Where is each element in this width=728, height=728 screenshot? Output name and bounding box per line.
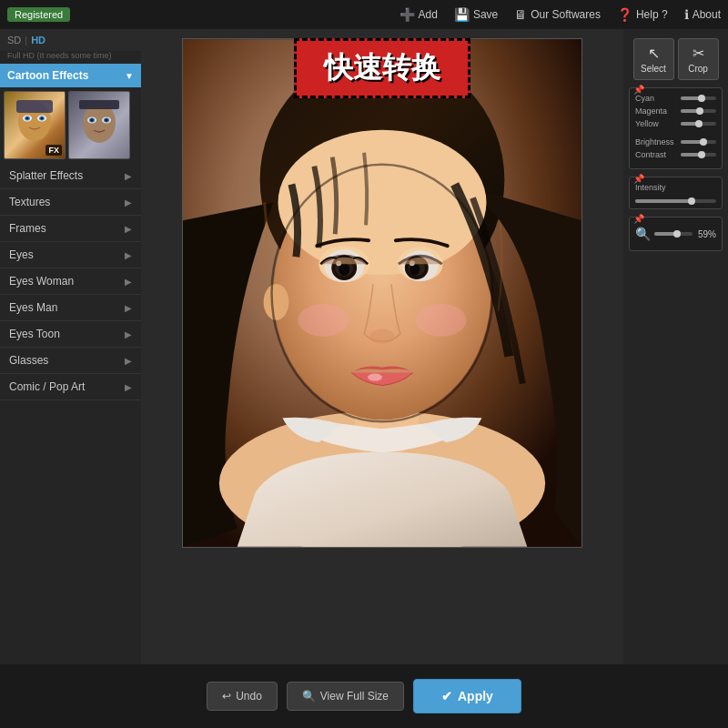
svg-point-38: [368, 374, 382, 381]
menu-help-label: Help ?: [636, 8, 668, 21]
view-label: View Full Size: [320, 690, 389, 703]
select-button[interactable]: ↖ Select: [633, 38, 674, 80]
cyan-label: Cyan: [635, 94, 677, 103]
contrast-slider-row: Contrast: [635, 150, 716, 159]
cartoon-effects-label: Cartoon Effects: [7, 69, 88, 82]
zoom-percentage: 59%: [698, 229, 716, 239]
svg-point-5: [26, 117, 29, 120]
cartoon-effects-header[interactable]: Cartoon Effects ▼: [0, 64, 141, 87]
intensity-thumb: [688, 197, 695, 205]
svg-point-14: [106, 119, 108, 122]
crop-icon: ✂: [693, 45, 704, 62]
frames-item[interactable]: Frames ▶: [0, 216, 141, 242]
apply-check-icon: ✔: [441, 689, 452, 703]
fx-badge: FX: [46, 145, 62, 156]
comic-popart-item[interactable]: Comic / Pop Art ▶: [0, 374, 141, 400]
eyes-toon-item[interactable]: Eyes Toon ▶: [0, 321, 141, 348]
glasses-item[interactable]: Glasses ▶: [0, 348, 141, 374]
contrast-label: Contrast: [635, 150, 677, 159]
menu-softwares-label: Our Softwares: [531, 8, 601, 21]
svg-point-37: [369, 329, 395, 344]
glasses-arrow-icon: ▶: [125, 356, 132, 366]
yellow-slider-row: Yellow: [635, 119, 716, 128]
eyes-label: Eyes: [9, 248, 34, 261]
help-icon: ❓: [617, 7, 632, 22]
chevron-down-icon: ▼: [125, 71, 134, 81]
view-full-size-button[interactable]: 🔍 View Full Size: [287, 682, 404, 711]
zoom-controls: 🔍 59%: [635, 223, 716, 245]
svg-rect-15: [79, 100, 119, 109]
menu-about[interactable]: ℹ About: [684, 7, 721, 22]
menu-softwares[interactable]: 🖥 Our Softwares: [514, 7, 601, 22]
eyes-man-label: Eyes Man: [9, 301, 57, 314]
menu-list: Splatter Effects ▶ Textures ▶ Frames ▶ E…: [0, 163, 141, 400]
bottom-area: ↩ Undo 🔍 View Full Size ✔ Apply 照片快速转油画漫…: [0, 664, 728, 728]
contrast-track[interactable]: [681, 153, 716, 157]
crop-label: Crop: [688, 64, 708, 74]
splatter-effects-item[interactable]: Splatter Effects ▶: [0, 163, 141, 189]
svg-point-24: [416, 304, 467, 337]
crop-button[interactable]: ✂ Crop: [678, 38, 719, 80]
thumb-2[interactable]: [68, 91, 130, 159]
zoom-section: 📌 🔍 59%: [629, 217, 723, 251]
image-canvas[interactable]: [182, 38, 582, 548]
contrast-fill: [681, 153, 702, 157]
svg-point-13: [91, 119, 94, 122]
svg-point-39: [264, 284, 289, 320]
thumb-1[interactable]: FX: [4, 91, 66, 159]
brightness-track[interactable]: [681, 140, 716, 144]
sd-option[interactable]: SD: [7, 35, 21, 46]
bottom-bar: ↩ Undo 🔍 View Full Size ✔ Apply: [0, 664, 728, 728]
magenta-fill: [681, 109, 700, 113]
magenta-label: Magenta: [635, 106, 677, 116]
undo-label: Undo: [236, 690, 262, 703]
brightness-fill: [681, 140, 703, 144]
eyes-toon-arrow-icon: ▶: [125, 329, 132, 339]
menu-save[interactable]: 💾 Save: [454, 7, 498, 22]
main-layout: SD | HD Full HD (It needs some time) Car…: [0, 29, 728, 664]
menu-add[interactable]: ➕ Add: [399, 7, 438, 22]
thumbs-grid: FX: [0, 87, 141, 163]
menu-items: ➕ Add 💾 Save 🖥 Our Softwares ❓ Help ? ℹ …: [399, 7, 721, 22]
svg-point-22: [278, 130, 487, 275]
comic-popart-label: Comic / Pop Art: [9, 380, 85, 393]
cyan-track[interactable]: [681, 96, 716, 100]
cyan-slider-row: Cyan: [635, 94, 716, 103]
apply-button[interactable]: ✔ Apply: [413, 679, 521, 713]
menu-add-label: Add: [419, 8, 438, 21]
zoom-track[interactable]: [654, 232, 693, 236]
menu-help[interactable]: ❓ Help ?: [617, 7, 668, 22]
zoom-fill: [654, 232, 677, 236]
color-sliders-section: 📌 Cyan Magenta Yellow: [629, 87, 723, 169]
intensity-section: 📌 Intensity: [629, 177, 723, 209]
textures-item[interactable]: Textures ▶: [0, 189, 141, 216]
eyes-man-item[interactable]: Eyes Man ▶: [0, 295, 141, 321]
hd-option[interactable]: HD: [31, 35, 46, 46]
undo-button[interactable]: ↩ Undo: [207, 682, 278, 711]
contrast-thumb: [698, 151, 705, 158]
comic-popart-arrow-icon: ▶: [125, 382, 132, 392]
quality-toggle: SD | HD: [0, 29, 141, 51]
add-icon: ➕: [399, 7, 415, 22]
eyes-toon-label: Eyes Toon: [9, 328, 60, 340]
canvas-area: 快速转换: [141, 29, 623, 664]
eyes-woman-item[interactable]: Eyes Woman ▶: [0, 268, 141, 295]
svg-point-23: [298, 304, 349, 337]
brightness-thumb: [700, 138, 707, 146]
splatter-arrow-icon: ▶: [125, 171, 132, 181]
cyan-fill: [681, 96, 702, 100]
eyes-item[interactable]: Eyes ▶: [0, 242, 141, 268]
tool-buttons: ↖ Select ✂ Crop: [629, 38, 723, 80]
svg-rect-7: [16, 100, 53, 113]
yellow-label: Yellow: [635, 119, 677, 128]
quality-note: Full HD (It needs some time): [0, 51, 141, 64]
brightness-label: Brightness: [635, 137, 677, 147]
zoom-out-icon[interactable]: 🔍: [635, 227, 651, 241]
softwares-icon: 🖥: [514, 7, 527, 22]
about-icon: ℹ: [684, 7, 689, 22]
magenta-track[interactable]: [681, 109, 716, 113]
eyes-woman-arrow-icon: ▶: [125, 277, 132, 287]
yellow-track[interactable]: [681, 122, 716, 126]
eyes-man-arrow-icon: ▶: [125, 303, 132, 313]
intensity-track[interactable]: [635, 199, 716, 203]
